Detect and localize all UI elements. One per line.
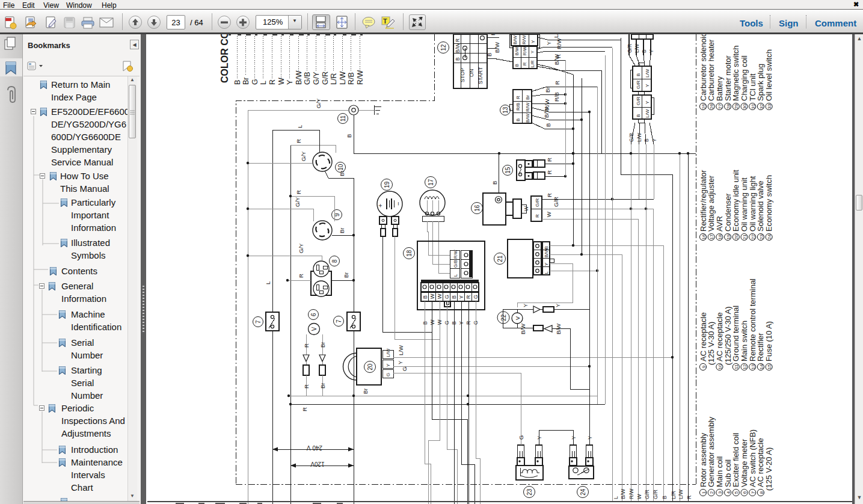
svg-text:Br: Br — [525, 95, 530, 100]
svg-text:G/Y: G/Y — [300, 151, 307, 161]
svg-text:R/W: R/W — [525, 102, 530, 112]
svg-text:G/Y: G/Y — [312, 72, 321, 85]
svg-text:G: G — [401, 367, 408, 371]
svg-text:31: 31 — [751, 103, 756, 109]
svg-text:L: L — [544, 271, 549, 274]
svg-text:B/W: B/W — [525, 113, 530, 123]
svg-text:−: − — [395, 202, 402, 206]
svg-text:B: B — [662, 496, 668, 499]
svg-text:G: G — [518, 435, 524, 440]
svg-text:W: W — [437, 293, 443, 299]
svg-text:+: + — [376, 204, 384, 207]
svg-text:G/R: G/R — [644, 489, 650, 499]
svg-text:B/W: B/W — [295, 70, 303, 85]
svg-text:Br: Br — [319, 383, 326, 389]
svg-text:V: V — [515, 316, 521, 320]
svg-text:G: G — [251, 79, 259, 85]
svg-text:Y: Y — [530, 40, 536, 43]
svg-text:19: 19 — [384, 181, 390, 188]
svg-text:Br: Br — [343, 272, 349, 278]
svg-text:13: 13 — [502, 106, 509, 114]
svg-text:R/B: R/B — [553, 92, 560, 102]
svg-text:21: 21 — [497, 255, 503, 262]
svg-text:22: 22 — [751, 234, 756, 239]
svg-text:25: 25 — [701, 103, 707, 109]
svg-text:R: R — [546, 193, 553, 197]
svg-text:8: 8 — [331, 259, 338, 263]
svg-text:B/W: B/W — [543, 107, 550, 118]
svg-text:27: 27 — [717, 103, 723, 109]
svg-text:B: B — [346, 134, 352, 138]
svg-text:120V: 120V — [310, 461, 325, 467]
svg-text:L: L — [296, 125, 303, 128]
svg-text:19: 19 — [726, 234, 731, 239]
svg-text:G/R: G/R — [321, 72, 330, 85]
svg-text:R/W: R/W — [628, 488, 634, 499]
svg-text:B: B — [491, 181, 498, 185]
svg-text:(125 V-20 A): (125 V-20 A) — [764, 447, 773, 491]
svg-text:10: 10 — [337, 164, 344, 171]
svg-text:R/W: R/W — [556, 38, 562, 50]
svg-text:29: 29 — [734, 103, 739, 109]
svg-text:Fuse (10 A): Fuse (10 A) — [764, 321, 773, 361]
svg-text:B/W: B/W — [494, 42, 500, 53]
svg-text:18: 18 — [406, 250, 413, 257]
svg-text:21: 21 — [742, 234, 748, 239]
svg-text:R/B: R/B — [347, 72, 355, 85]
svg-text:W: W — [277, 78, 286, 85]
svg-text:9: 9 — [701, 365, 707, 368]
svg-text:G/R: G/R — [636, 97, 641, 105]
svg-text:14: 14 — [759, 364, 764, 369]
svg-text:STOP: STOP — [459, 68, 465, 82]
svg-text:16: 16 — [701, 234, 707, 239]
svg-text:17: 17 — [428, 179, 434, 186]
svg-text:5: 5 — [734, 491, 739, 494]
svg-text:Y: Y — [645, 84, 650, 87]
svg-text:B: B — [233, 80, 242, 85]
svg-text:Y: Y — [522, 303, 529, 307]
svg-text:T: T — [383, 17, 387, 25]
svg-text:R: R — [535, 214, 540, 218]
svg-text:B: B — [455, 57, 461, 61]
svg-text:20: 20 — [734, 234, 739, 239]
svg-text:G: G — [385, 373, 391, 376]
svg-text:24: 24 — [580, 488, 586, 496]
svg-text:B/W: B/W — [455, 43, 461, 53]
svg-text:23: 23 — [759, 234, 764, 239]
svg-text:6: 6 — [742, 491, 748, 494]
svg-text:3: 3 — [717, 491, 723, 494]
svg-text:R: R — [303, 384, 310, 389]
svg-text:G: G — [473, 295, 479, 299]
svg-text:G/R: G/R — [553, 197, 559, 207]
svg-text:L/W: L/W — [636, 133, 642, 142]
svg-text:Y: Y — [536, 435, 542, 440]
svg-text:L/R: L/R — [671, 490, 677, 499]
svg-text:G/R: G/R — [535, 198, 540, 207]
svg-text:8: 8 — [759, 491, 764, 494]
svg-text:B: B — [422, 321, 428, 325]
svg-text:Y: Y — [554, 303, 561, 307]
svg-text:R: R — [303, 343, 310, 348]
svg-text:B/W: B/W — [553, 54, 560, 65]
svg-text:33: 33 — [767, 103, 772, 109]
svg-text:32: 32 — [759, 103, 764, 109]
svg-text:R/W: R/W — [356, 70, 364, 85]
svg-text:R: R — [295, 190, 302, 194]
svg-text:W: W — [523, 206, 529, 211]
svg-text:Economy switch: Economy switch — [764, 175, 773, 232]
svg-text:Y: Y — [544, 262, 549, 266]
svg-text:L: L — [613, 496, 619, 499]
svg-text:L/W: L/W — [634, 44, 640, 53]
svg-text:L/W: L/W — [339, 72, 347, 85]
svg-text:7: 7 — [751, 491, 756, 494]
svg-text:B: B — [451, 295, 457, 299]
svg-text:Y: Y — [458, 321, 464, 325]
svg-text:R: R — [298, 274, 304, 278]
svg-text:L/R: L/R — [553, 34, 559, 38]
svg-text:B: B — [515, 118, 521, 121]
svg-text:7: 7 — [255, 320, 262, 324]
svg-text:G: G — [473, 321, 479, 325]
svg-text:17: 17 — [709, 234, 714, 239]
svg-text:12: 12 — [742, 364, 748, 369]
svg-text:R: R — [490, 34, 496, 35]
